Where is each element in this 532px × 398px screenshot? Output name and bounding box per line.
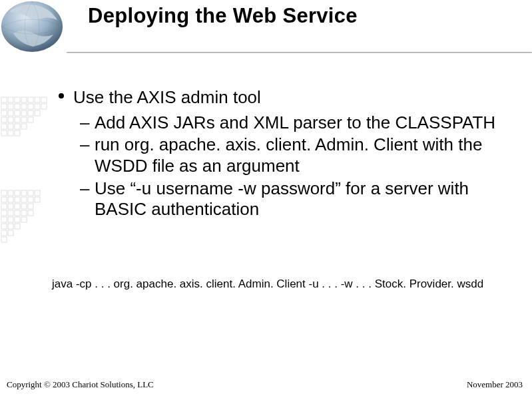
svg-rect-18 [15,110,20,116]
svg-rect-28 [8,124,13,129]
slide: Deploying the Web Service [0,0,532,398]
svg-rect-63 [1,230,7,236]
svg-rect-55 [28,210,33,216]
slide-header: Deploying the Web Service [0,0,532,53]
svg-rect-33 [15,130,20,136]
svg-rect-36 [15,190,20,196]
bullet-text: Add AXIS JARs and XML parser to the CLAS… [95,112,495,132]
svg-rect-59 [21,217,27,222]
svg-rect-53 [15,210,20,216]
svg-rect-45 [35,197,40,202]
svg-rect-30 [21,124,27,129]
bullet-text: Use “-u username -w password” for a serv… [95,178,469,220]
svg-rect-21 [35,110,40,116]
bullet-level2: – Add AXIS JARs and XML parser to the CL… [59,112,512,134]
svg-rect-60 [1,224,7,229]
bullet-level1: Use the AXIS admin tool [59,87,512,108]
globe-icon [0,0,67,52]
svg-rect-47 [8,204,13,209]
svg-rect-5 [21,97,27,102]
svg-rect-32 [8,130,13,136]
svg-rect-35 [8,190,13,196]
bullet-text: Use the AXIS admin tool [73,87,261,107]
svg-rect-2 [1,97,7,102]
svg-rect-51 [1,210,7,216]
svg-rect-61 [8,224,13,229]
command-line-example: java -cp . . . org. apache. axis. client… [52,277,519,292]
svg-rect-24 [15,117,20,122]
svg-rect-52 [8,210,13,216]
svg-rect-39 [35,190,40,196]
svg-rect-25 [21,117,27,122]
svg-rect-42 [15,197,20,202]
svg-rect-16 [1,110,7,116]
svg-rect-41 [8,197,13,202]
side-decoration [0,60,61,273]
svg-rect-50 [28,204,33,209]
svg-rect-17 [8,110,13,116]
svg-rect-43 [21,197,27,202]
svg-rect-11 [15,104,20,109]
svg-rect-10 [8,104,13,109]
footer-date: November 2003 [467,379,523,390]
bullet-level2: – run org. apache. axis. client. Admin. … [59,134,512,176]
slide-title: Deploying the Web Service [88,4,358,28]
svg-rect-54 [21,210,27,216]
footer-copyright: Copyright © 2003 Chariot Solutions, LLC [7,379,154,390]
svg-rect-7 [35,97,40,102]
svg-rect-62 [15,224,20,229]
svg-rect-6 [28,97,33,102]
svg-rect-22 [1,117,7,122]
bullet-dash-icon: – [80,112,89,134]
slide-body: Use the AXIS admin tool – Add AXIS JARs … [59,87,512,222]
bullet-level2: – Use “-u username -w password” for a se… [59,178,512,220]
svg-rect-49 [21,204,27,209]
svg-rect-27 [1,124,7,129]
svg-rect-57 [8,217,13,222]
svg-rect-26 [28,117,33,122]
svg-rect-34 [1,190,7,196]
header-divider [0,52,532,55]
svg-rect-20 [28,110,33,116]
svg-rect-40 [1,197,7,202]
svg-rect-15 [41,104,47,109]
svg-rect-65 [1,237,7,242]
svg-rect-46 [1,204,7,209]
svg-rect-19 [21,110,27,116]
svg-rect-29 [15,124,20,129]
svg-rect-37 [21,190,27,196]
bullet-dot-icon [59,93,64,99]
svg-rect-31 [1,130,7,136]
svg-rect-44 [28,197,33,202]
svg-rect-13 [28,104,33,109]
svg-rect-3 [8,97,13,102]
svg-rect-48 [15,204,20,209]
svg-rect-38 [28,190,33,196]
svg-rect-64 [8,230,13,236]
svg-rect-56 [1,217,7,222]
svg-rect-4 [15,97,20,102]
svg-rect-58 [15,217,20,222]
svg-rect-12 [21,104,27,109]
svg-rect-23 [8,117,13,122]
bullet-dash-icon: – [80,134,89,156]
bullet-dash-icon: – [80,178,89,200]
bullet-text: run org. apache. axis. client. Admin. Cl… [95,134,482,176]
svg-rect-14 [35,104,40,109]
svg-rect-8 [41,97,47,102]
svg-rect-9 [1,104,7,109]
